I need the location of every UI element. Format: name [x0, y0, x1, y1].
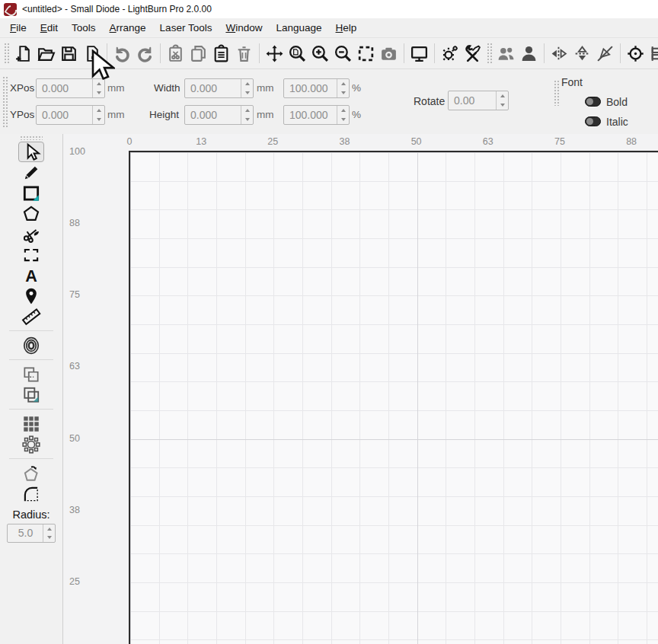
apply-path-tool[interactable] — [18, 463, 44, 483]
rotate-field[interactable]: 0.00 — [448, 91, 509, 110]
select-arrow-icon — [21, 142, 41, 162]
corner-radius-tool[interactable] — [18, 483, 44, 504]
align-left-button[interactable] — [648, 42, 658, 65]
zoom-in-button[interactable] — [310, 42, 331, 65]
tool-panel: A Radius: 5.0 — [0, 134, 63, 644]
radius-spinner[interactable] — [43, 524, 55, 542]
menu-tools[interactable]: Tools — [65, 20, 103, 36]
open-folder-icon — [37, 44, 56, 63]
toolpanel-grip[interactable] — [20, 135, 43, 140]
menu-edit[interactable]: Edit — [34, 20, 65, 36]
italic-toggle[interactable] — [585, 116, 601, 126]
toolbar-grip[interactable] — [2, 76, 8, 128]
open-file-button[interactable] — [36, 42, 56, 65]
flip-vertical-button[interactable] — [572, 42, 593, 65]
undo-button[interactable] — [112, 42, 133, 65]
pencil-icon — [21, 163, 41, 183]
frame-selection-icon — [356, 44, 375, 63]
rectangle-tool[interactable] — [18, 183, 44, 203]
scale-x-field[interactable]: 100.000 — [283, 78, 350, 98]
trim-tool[interactable] — [18, 224, 44, 244]
settings-button[interactable] — [439, 42, 460, 65]
select-tool[interactable] — [18, 142, 44, 162]
scale-x-unit: % — [352, 82, 361, 94]
group-button[interactable] — [496, 42, 516, 65]
import-button[interactable] — [81, 42, 102, 65]
height-field[interactable]: 0.000 — [184, 105, 254, 125]
radius-field[interactable]: 5.0 — [7, 524, 56, 543]
ypos-spinner[interactable] — [92, 106, 104, 124]
width-field[interactable]: 0.000 — [184, 78, 254, 98]
menu-language[interactable]: Language — [269, 20, 328, 36]
paste-icon — [212, 44, 231, 63]
menu-file[interactable]: File — [3, 20, 34, 36]
ypos-label: YPos — [10, 109, 34, 121]
v-ruler-label: 88 — [69, 218, 80, 228]
new-file-button[interactable] — [13, 42, 34, 65]
paste-button[interactable] — [211, 42, 232, 65]
circular-array-tool[interactable] — [18, 434, 44, 454]
preview-button[interactable] — [409, 42, 430, 65]
mirror-across-line-button[interactable] — [595, 42, 615, 65]
toolbar-grip[interactable] — [487, 43, 492, 64]
menu-window[interactable]: Window — [219, 20, 269, 36]
text-a-icon: A — [21, 266, 41, 285]
copy-icon — [189, 44, 208, 63]
toolbar-grip[interactable] — [4, 43, 9, 64]
boolean-tool[interactable] — [18, 384, 44, 405]
toolbar-separator — [620, 43, 621, 63]
scissors-icon — [21, 225, 41, 244]
draw-lines-tool[interactable] — [18, 162, 44, 183]
position-laser-tool[interactable] — [18, 285, 44, 306]
cut-button[interactable] — [165, 42, 186, 65]
polygon-tool[interactable] — [18, 203, 44, 224]
scale-x-spinner[interactable] — [337, 79, 349, 97]
ypos-field[interactable]: 0.000 — [36, 105, 105, 125]
workspace-canvas[interactable]: 013253850637588 100887563503825 — [63, 134, 658, 644]
xpos-unit: mm — [107, 82, 125, 94]
work-area[interactable] — [129, 151, 658, 644]
menu-help[interactable]: Help — [329, 20, 364, 36]
bold-toggle[interactable] — [585, 97, 601, 107]
delete-button[interactable] — [234, 42, 254, 65]
rotate-spinner[interactable] — [496, 91, 508, 110]
window-title: <untitled> - Small Diode - LightBurn Pro… — [22, 4, 212, 14]
offset-shapes-tool[interactable] — [18, 335, 44, 355]
menu-laser-tools[interactable]: Laser Tools — [153, 20, 219, 36]
measure-tool[interactable] — [18, 306, 44, 327]
toolbar-grip[interactable] — [554, 80, 559, 106]
save-button[interactable] — [59, 42, 79, 65]
zoom-to-page-button[interactable] — [287, 42, 308, 65]
edit-nodes-tool[interactable] — [18, 244, 44, 265]
corner-brackets-icon — [21, 245, 41, 265]
ungroup-button[interactable] — [519, 42, 539, 65]
import-icon — [82, 44, 101, 63]
xpos-field[interactable]: 0.000 — [36, 78, 105, 98]
pan-button[interactable] — [264, 42, 285, 65]
width-spinner[interactable] — [241, 79, 253, 97]
flip-horizontal-button[interactable] — [549, 42, 570, 65]
pan-icon — [265, 44, 284, 63]
weld-shapes-tool[interactable] — [18, 364, 44, 384]
scale-y-field[interactable]: 100.000 — [283, 105, 350, 125]
frame-selection-button[interactable] — [356, 42, 376, 65]
grid-array-tool[interactable] — [18, 413, 44, 434]
camera-button[interactable] — [379, 42, 399, 65]
copy-button[interactable] — [188, 42, 209, 65]
menu-bar: File Edit Tools Arrange Laser Tools Wind… — [0, 18, 658, 38]
device-settings-button[interactable] — [462, 42, 483, 65]
zoom-out-button[interactable] — [333, 42, 353, 65]
menu-arrange[interactable]: Arrange — [103, 20, 153, 36]
h-ruler-label: 75 — [554, 136, 565, 147]
bold-label: Bold — [606, 96, 628, 108]
v-ruler-label: 75 — [69, 289, 80, 300]
text-tool[interactable]: A — [18, 265, 44, 285]
height-spinner[interactable] — [241, 106, 253, 124]
new-file-icon — [14, 44, 33, 63]
redo-button[interactable] — [135, 42, 155, 65]
xpos-spinner[interactable] — [92, 79, 104, 97]
position-laser-button[interactable] — [625, 42, 646, 65]
scale-y-spinner[interactable] — [337, 106, 349, 124]
main-toolbar — [0, 38, 658, 69]
flip-vertical-icon — [573, 44, 592, 63]
